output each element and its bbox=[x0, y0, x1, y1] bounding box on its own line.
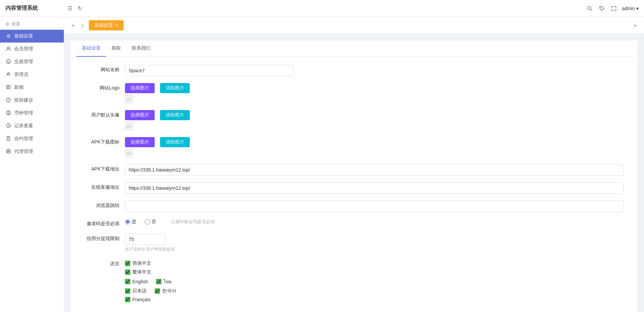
website-name-row: 网站名称 bbox=[84, 65, 624, 76]
content-card: 基础设置 期权 联系我们 网站名称 网站Logo bbox=[71, 41, 637, 312]
lang-ja[interactable]: 日本語 bbox=[125, 288, 147, 294]
sidebar-item-admin-management[interactable]: 管理员 bbox=[0, 68, 64, 81]
toolbar: « ⌂ 基础设置 × » bbox=[64, 17, 644, 34]
lang-zh-hant-checkbox[interactable] bbox=[125, 269, 130, 275]
back-button[interactable]: « bbox=[70, 21, 76, 29]
sidebar-item-contract-management[interactable]: 合约管理 bbox=[0, 132, 64, 145]
sidebar: ⚙ 设置 ⚙ 基础设置 会员管理 $ 交易管理 管理员 bbox=[0, 17, 64, 312]
header-actions: ☰ ↻ bbox=[66, 4, 83, 13]
select-apk-icon-button[interactable]: 选择图片 bbox=[125, 137, 155, 147]
avatar-preview bbox=[125, 122, 133, 130]
invite-code-label: 邀请码是否必填 bbox=[84, 219, 125, 227]
fullscreen-button[interactable] bbox=[610, 4, 618, 12]
sidebar-item-member-management[interactable]: 会员管理 bbox=[0, 43, 64, 55]
svg-point-24 bbox=[7, 150, 8, 151]
browser-redirect-row: 浏览器跳转 bbox=[84, 201, 624, 212]
home-button[interactable]: ⌂ bbox=[79, 21, 86, 29]
layout: ⚙ 设置 ⚙ 基础设置 会员管理 $ 交易管理 管理员 bbox=[0, 17, 644, 312]
user-menu[interactable]: admin ▾ bbox=[622, 6, 639, 11]
service-url-input[interactable] bbox=[125, 182, 624, 194]
website-name-label: 网站名称 bbox=[84, 65, 125, 73]
lang-ko-checkbox[interactable] bbox=[155, 288, 160, 294]
invite-code-no-label: 否 bbox=[151, 219, 156, 225]
invite-code-yes-radio[interactable]: 是 bbox=[125, 219, 136, 225]
invite-code-field: 是 否 注册时验证码是否必填 bbox=[125, 219, 624, 225]
sidebar-item-news[interactable]: 新闻 bbox=[0, 81, 64, 94]
menu-toggle-button[interactable]: ☰ bbox=[66, 4, 74, 13]
clear-logo-button[interactable]: 清除图片 bbox=[160, 83, 190, 93]
lang-ko[interactable]: 한국어 bbox=[155, 288, 176, 294]
credit-limit-field: 低于该积分 用户将限制提现 bbox=[125, 234, 624, 252]
website-name-input[interactable] bbox=[125, 65, 294, 76]
invite-code-no-input[interactable] bbox=[145, 219, 150, 225]
breadcrumb-button[interactable]: 基础设置 × bbox=[89, 20, 123, 30]
service-url-label: 在线客服地址 bbox=[84, 182, 125, 190]
service-url-row: 在线客服地址 bbox=[84, 182, 624, 194]
basic-settings-icon: ⚙ bbox=[5, 33, 11, 39]
user-avatar-field: 选择图片 清除图片 bbox=[125, 110, 624, 130]
tab-basic-settings[interactable]: 基础设置 bbox=[76, 41, 106, 57]
fullscreen-icon bbox=[611, 6, 617, 11]
lang-fr-checkbox[interactable] bbox=[125, 297, 130, 302]
sidebar-item-agent-management[interactable]: 代理管理 bbox=[0, 145, 64, 158]
lang-th[interactable]: ไทย bbox=[156, 278, 172, 285]
apk-icon-row: APK下载图标 选择图片 清除图片 bbox=[84, 137, 624, 157]
select-logo-button[interactable]: 选择图片 bbox=[125, 83, 155, 93]
complaints-icon bbox=[5, 98, 11, 103]
apk-url-input[interactable] bbox=[125, 164, 624, 176]
clear-apk-icon-button[interactable]: 清除图片 bbox=[160, 137, 190, 147]
credit-limit-hint: 低于该积分 用户将限制提现 bbox=[125, 246, 624, 252]
lang-zh-hans-label: 简体中文 bbox=[132, 260, 151, 266]
lang-zh-hans[interactable]: 简体中文 bbox=[125, 260, 624, 266]
header-right: admin ▾ bbox=[586, 4, 639, 12]
svg-line-18 bbox=[8, 126, 9, 127]
lang-th-checkbox[interactable] bbox=[156, 279, 161, 284]
sidebar-item-currency-management[interactable]: 币种管理 bbox=[0, 107, 64, 120]
search-icon bbox=[587, 6, 592, 11]
clear-avatar-button[interactable]: 清除图片 bbox=[160, 110, 190, 120]
lang-zh-hant[interactable]: 繁体中文 bbox=[125, 269, 624, 275]
lang-ja-label: 日本語 bbox=[132, 288, 147, 294]
lang-en-checkbox[interactable] bbox=[125, 279, 130, 284]
website-logo-field: 选择图片 清除图片 bbox=[125, 83, 624, 103]
tag-icon bbox=[599, 6, 604, 11]
user-avatar-row: 用户默认头像 选择图片 清除图片 bbox=[84, 110, 624, 130]
tag-icon-button[interactable] bbox=[598, 4, 606, 12]
agent-icon bbox=[5, 149, 11, 155]
search-icon-button[interactable] bbox=[586, 4, 594, 12]
app-title: 内容管理系统 bbox=[5, 5, 66, 12]
record-icon bbox=[5, 123, 11, 129]
credit-limit-label: 信用分提现限制 bbox=[84, 234, 125, 242]
browser-redirect-input[interactable] bbox=[125, 201, 624, 212]
sidebar-item-complaints[interactable]: 投拆建议 bbox=[0, 94, 64, 107]
tab-contact[interactable]: 联系我们 bbox=[126, 41, 156, 57]
sidebar-item-basic-settings[interactable]: ⚙ 基础设置 bbox=[0, 30, 64, 43]
select-avatar-button[interactable]: 选择图片 bbox=[125, 110, 155, 120]
lang-en[interactable]: English bbox=[125, 279, 148, 284]
browser-redirect-label: 浏览器跳转 bbox=[84, 201, 125, 209]
service-url-field bbox=[125, 182, 624, 194]
svg-line-1 bbox=[591, 9, 592, 11]
lang-fr-label: Français bbox=[132, 297, 151, 302]
content: 基础设置 期权 联系我们 网站名称 网站Logo bbox=[64, 34, 644, 312]
logo-preview bbox=[125, 95, 133, 103]
transaction-icon: $ bbox=[5, 59, 11, 65]
tab-period[interactable]: 期权 bbox=[106, 41, 126, 57]
breadcrumb-label: 基础设置 bbox=[94, 22, 113, 28]
refresh-button[interactable]: ↻ bbox=[76, 4, 83, 13]
apk-url-label: APK下载地址 bbox=[84, 164, 125, 172]
apk-url-row: APK下载地址 bbox=[84, 164, 624, 176]
sidebar-item-record-check[interactable]: 记录查看 bbox=[0, 120, 64, 132]
user-chevron-icon: ▾ bbox=[636, 6, 639, 11]
invite-code-note: 注册时验证码是否必填 bbox=[171, 219, 215, 225]
invite-code-yes-input[interactable] bbox=[125, 219, 130, 225]
lang-zh-hans-checkbox[interactable] bbox=[125, 261, 130, 266]
sidebar-item-transaction-management[interactable]: $ 交易管理 bbox=[0, 55, 64, 68]
invite-code-no-radio[interactable]: 否 bbox=[145, 219, 156, 225]
lang-ja-checkbox[interactable] bbox=[125, 288, 130, 294]
tabs: 基础设置 期权 联系我们 bbox=[71, 41, 637, 57]
lang-fr[interactable]: Français bbox=[125, 297, 624, 302]
credit-limit-input[interactable] bbox=[125, 234, 165, 245]
user-avatar-label: 用户默认头像 bbox=[84, 110, 125, 118]
expand-button[interactable]: » bbox=[632, 21, 639, 29]
